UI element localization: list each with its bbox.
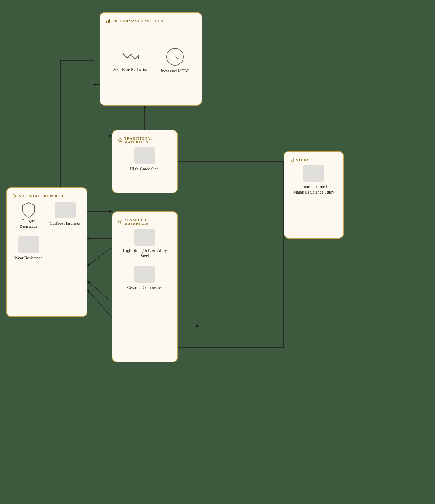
material-properties-label: MATERIAL PROPERTIES	[13, 194, 81, 198]
svg-line-4	[87, 290, 112, 317]
advanced-materials-card: ADVANCED MATERIALS High-Strength Low-All…	[112, 211, 178, 362]
surface-hardness-image	[55, 202, 76, 218]
wear-resistance-node: Wear Resistance	[13, 236, 44, 261]
svg-line-25	[119, 139, 120, 140]
document-icon	[290, 158, 294, 162]
ceramic-composites-node: Ceramic Composites	[118, 266, 171, 291]
hsla-steel-image	[134, 229, 155, 246]
svg-line-28	[119, 221, 120, 222]
performance-metrics-inner: Wear Rate Reduction Increased MTBF	[106, 27, 195, 95]
svg-rect-21	[109, 19, 110, 23]
fatigue-resistance-node: Fatigue Resistance	[13, 202, 44, 229]
study-label: STUDY	[290, 158, 337, 162]
traditional-materials-card: TRADITIONAL MATERIALS High-Grade Steel	[112, 130, 178, 193]
ceramic-composites-image	[134, 266, 155, 283]
clock-icon	[165, 47, 185, 67]
performance-metrics-label: PERFORMANCE METRICS	[106, 19, 195, 23]
hsla-steel-node: High-Strength Low-Alloy Steel	[118, 229, 171, 259]
diagram-container: PERFORMANCE METRICS Wear Rate Reduction	[0, 0, 435, 504]
svg-line-24	[175, 57, 179, 59]
svg-line-3	[87, 281, 112, 302]
svg-rect-20	[108, 20, 109, 23]
advanced-materials-items: High-Strength Low-Alloy Steel Ceramic Co…	[118, 229, 171, 291]
svg-point-31	[14, 195, 16, 197]
svg-line-2	[87, 248, 112, 266]
advanced-materials-label: ADVANCED MATERIALS	[118, 218, 171, 225]
german-study-image	[303, 165, 324, 182]
mtbf-node: Increased MTBF	[161, 47, 189, 74]
study-card: STUDY German Institute for Materials Sci…	[284, 151, 344, 239]
bar-chart-icon	[106, 19, 110, 23]
wear-rate-node: Wear Rate Reduction	[112, 49, 148, 72]
wear-resistance-image	[18, 236, 39, 253]
shield-icon	[21, 202, 36, 218]
svg-rect-19	[106, 21, 107, 23]
svg-line-26	[120, 139, 122, 140]
box-icon-traditional	[118, 138, 122, 142]
traditional-materials-label: TRADITIONAL MATERIALS	[118, 136, 171, 144]
german-study-node: German Institute for Materials Science S…	[290, 165, 337, 195]
gear-icon	[13, 194, 17, 198]
zigzag-icon	[120, 49, 141, 64]
high-grade-steel-image	[134, 147, 155, 164]
box-icon-advanced	[118, 220, 122, 224]
material-properties-card: MATERIAL PROPERTIES Fatigue Resistance S…	[6, 187, 87, 317]
performance-metrics-card: PERFORMANCE METRICS Wear Rate Reduction	[100, 12, 202, 106]
material-properties-grid: Fatigue Resistance Surface Hardness Wear…	[13, 202, 81, 261]
svg-line-29	[120, 221, 122, 222]
surface-hardness-node: Surface Hardness	[49, 202, 81, 229]
high-grade-steel-node: High-Grade Steel	[118, 147, 171, 172]
